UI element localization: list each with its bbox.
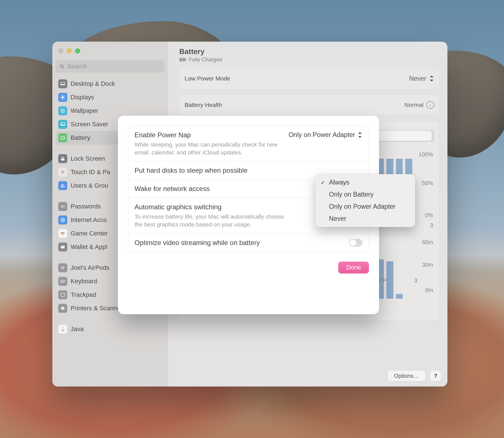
battery-icon <box>58 133 67 142</box>
option-dropdown[interactable]: Only on Power Adapter <box>288 131 362 139</box>
svg-rect-42 <box>186 59 186 60</box>
low-power-dropdown[interactable]: Never <box>409 75 434 82</box>
sidebar-item-label: Joel’s AirPods <box>71 264 109 271</box>
svg-point-14 <box>62 110 64 112</box>
menu-item-only-on-power-adapter[interactable]: Only on Power Adapter <box>318 201 413 213</box>
checkmark-icon: ✓ <box>321 179 325 186</box>
svg-line-12 <box>64 96 64 96</box>
sidebar-item-java[interactable]: Java <box>55 322 165 336</box>
options-button[interactable]: Options… <box>387 370 425 381</box>
wallpaper-icon <box>58 106 67 115</box>
svg-rect-35 <box>62 282 64 282</box>
y-label: 0m <box>425 287 433 293</box>
svg-line-11 <box>61 98 62 99</box>
maximize-window-button[interactable] <box>75 48 80 53</box>
low-power-card: Low Power Mode Never <box>179 68 440 89</box>
svg-point-23 <box>61 218 65 222</box>
svg-rect-34 <box>64 281 64 281</box>
sidebar-item-label: Java <box>71 325 84 333</box>
sidebar-item-label: Wallpaper <box>71 107 98 114</box>
search-field[interactable] <box>55 60 165 73</box>
battery-status: Fully Charged <box>179 57 440 63</box>
y-label: 30m <box>422 262 433 268</box>
search-icon <box>59 64 64 69</box>
chart-bar <box>396 294 403 299</box>
sidebar-item-displays[interactable]: Displays <box>55 91 165 104</box>
done-button[interactable]: Done <box>338 262 369 273</box>
sidebar-item-label: Game Center <box>71 230 108 237</box>
help-button[interactable]: ? <box>430 370 441 381</box>
option-subtitle: While sleeping, your Mac can periodicall… <box>135 141 284 156</box>
battery-health-value: Normal <box>404 102 424 108</box>
battery-full-icon <box>179 57 187 62</box>
svg-line-1 <box>63 67 64 68</box>
battery-status-text: Fully Charged <box>189 57 222 63</box>
close-window-button[interactable] <box>58 48 63 53</box>
passwords-icon <box>58 202 67 211</box>
svg-line-9 <box>61 96 62 96</box>
svg-point-20 <box>61 184 63 186</box>
svg-line-10 <box>64 98 64 99</box>
low-power-label: Low Power Mode <box>185 75 230 82</box>
y-label: 60m <box>422 239 433 246</box>
svg-rect-32 <box>62 281 63 281</box>
sidebar-item-label: Wallet & Appl <box>71 243 107 251</box>
keyboard-icon <box>58 277 67 286</box>
content-footer: Options… ? <box>387 370 441 381</box>
battery-health-label: Battery Health <box>185 102 222 108</box>
window-controls <box>55 46 165 60</box>
svg-rect-3 <box>61 84 65 85</box>
svg-rect-29 <box>61 246 64 246</box>
menu-item-label: Always <box>329 179 350 186</box>
touchid-icon <box>58 168 67 177</box>
search-input[interactable] <box>67 63 161 70</box>
battery-health-card: Battery Health Normal i <box>179 94 440 116</box>
svg-point-4 <box>62 96 64 98</box>
desktop-wallpaper: Desktop & DockDisplaysWallpaperScreen Sa… <box>0 0 504 438</box>
option-title: Optimize video streaming while on batter… <box>135 239 344 247</box>
sidebar-item-label: Touch ID & Pa <box>71 169 110 176</box>
screensaver-icon <box>58 120 67 129</box>
svg-point-21 <box>63 185 64 186</box>
at-icon <box>58 215 67 224</box>
x-label-mid: 3 <box>430 222 433 229</box>
option-row: Enable Power NapWhile sleeping, your Mac… <box>128 126 369 161</box>
menu-item-never[interactable]: Never <box>318 213 413 225</box>
option-toggle[interactable] <box>349 239 362 247</box>
option-title: Wake for network access <box>135 185 314 193</box>
sidebar-item-label: Printers & Scanners <box>71 305 126 312</box>
chevron-updown-icon <box>357 132 362 138</box>
airpods-icon <box>58 263 67 272</box>
svg-rect-17 <box>61 137 64 139</box>
svg-rect-33 <box>63 281 63 281</box>
wallet-icon <box>58 242 67 251</box>
svg-rect-18 <box>65 137 65 138</box>
y-label: 100% <box>419 151 433 158</box>
menu-item-always[interactable]: ✓Always <box>318 176 413 188</box>
option-title: Put hard disks to sleep when possible <box>135 167 358 174</box>
sidebar-item-label: Internet Acco <box>71 216 107 224</box>
menu-item-only-on-battery[interactable]: Only on Battery <box>318 188 413 201</box>
lock-icon <box>58 154 67 163</box>
dropdown-value: Only on Power Adapter <box>288 131 355 139</box>
svg-rect-38 <box>62 307 64 307</box>
svg-point-27 <box>62 233 64 235</box>
hard-disks-sleep-menu[interactable]: ✓AlwaysOnly on BatteryOnly on Power Adap… <box>315 174 415 227</box>
sidebar-item-label: Screen Saver <box>71 121 108 128</box>
sidebar-item-label: Trackpad <box>71 291 96 298</box>
svg-rect-36 <box>61 293 64 297</box>
battery-health-info-button[interactable]: i <box>426 101 434 109</box>
sidebar-item-label: Battery <box>71 134 90 141</box>
y-label: 0% <box>425 212 433 219</box>
sidebar-item-label: Users & Grou <box>71 182 108 189</box>
sidebar-item-label: Lock Screen <box>71 155 105 162</box>
menu-item-label: Only on Power Adapter <box>329 203 396 210</box>
sidebar-item-label: Desktop & Dock <box>71 80 115 87</box>
sidebar-item-desktop-dock[interactable]: Desktop & Dock <box>55 77 165 91</box>
svg-rect-19 <box>61 158 64 161</box>
page-title: Battery <box>179 47 440 56</box>
option-title: Enable Power Nap <box>135 131 284 139</box>
menu-item-label: Never <box>329 215 346 222</box>
minimize-window-button[interactable] <box>67 48 72 53</box>
gamecenter-icon <box>58 229 67 238</box>
